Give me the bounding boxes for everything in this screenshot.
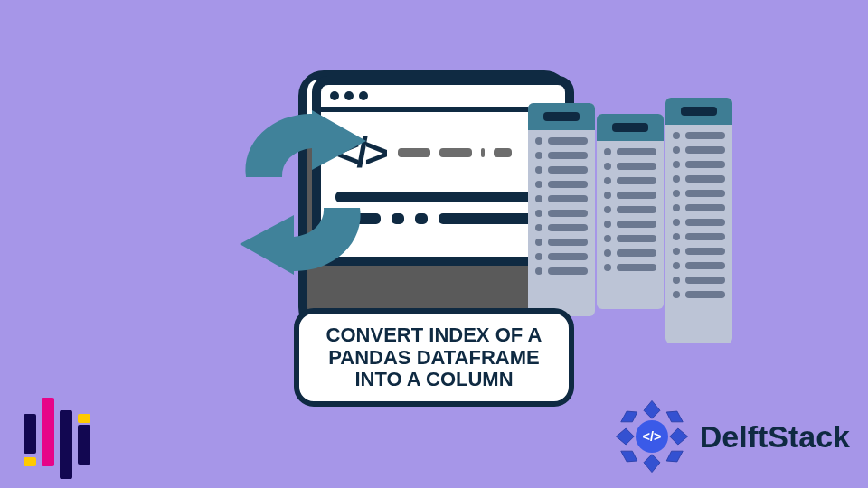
column: [597, 114, 664, 309]
column: [528, 103, 595, 316]
svg-text:</>: </>: [642, 429, 661, 444]
caption-line: PANDAS DATAFRAME: [308, 347, 560, 369]
caption-line: INTO A COLUMN: [308, 369, 560, 390]
data-columns-icon: [528, 103, 732, 343]
caption-line: CONVERT INDEX OF A: [308, 324, 560, 346]
column: [665, 98, 732, 343]
pandas-logo-icon: [18, 398, 90, 479]
brand-name: DelftStack: [700, 419, 850, 455]
brand: </> DelftStack: [611, 396, 850, 477]
delftstack-rosette-icon: </>: [611, 396, 693, 477]
hero-graphic: </>: [199, 34, 669, 396]
swap-arrows-icon: [226, 107, 380, 278]
caption-pill: CONVERT INDEX OF A PANDAS DATAFRAME INTO…: [294, 308, 574, 407]
